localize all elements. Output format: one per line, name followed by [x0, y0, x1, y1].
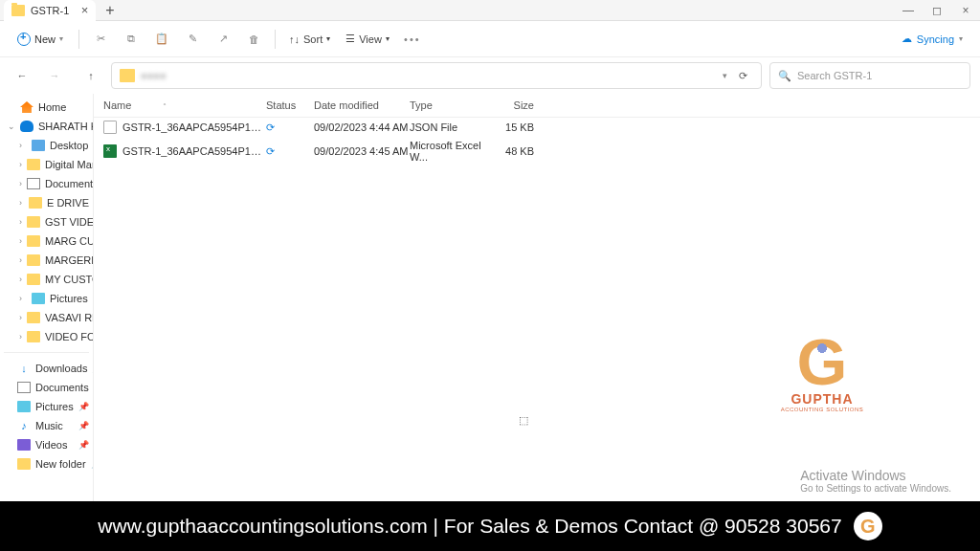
address-bar: ← → ↑ ■■■■ ▾ ⟳ 🔍 Search GSTR-1 — [0, 57, 980, 94]
quick-icon — [17, 439, 31, 451]
new-tab-button[interactable]: + — [105, 2, 114, 19]
new-button[interactable]: New ▾ — [10, 29, 71, 50]
refresh-button[interactable]: ⟳ — [733, 70, 753, 82]
sidebar-cloud-root[interactable]: ⌄SHARATH KUMA — [0, 117, 93, 136]
title-bar: GSTR-1 × + — ◻ × — [0, 0, 980, 21]
file-row[interactable]: GSTR-1_36AAPCA5954P1ZS_September_...⟳09/… — [94, 118, 980, 137]
sidebar-quick-item[interactable]: ♪Music📌 — [0, 416, 93, 435]
home-icon — [20, 101, 33, 113]
view-icon: ☰ — [345, 33, 355, 45]
folder-icon — [32, 293, 45, 304]
cloud-icon — [20, 121, 33, 132]
promo-banner: www.gupthaaccountingsolutions.com | For … — [0, 501, 980, 551]
sidebar-quick-item[interactable]: Videos📌 — [0, 435, 93, 454]
quick-icon — [17, 401, 31, 412]
sidebar-item[interactable]: ›Documents — [0, 174, 93, 193]
sidebar-item[interactable]: ›MARGERP — [0, 251, 93, 270]
chevron-down-icon[interactable]: ▾ — [723, 71, 727, 80]
maximize-button[interactable]: ◻ — [923, 4, 951, 17]
forward-button[interactable]: → — [42, 63, 67, 88]
cut-icon[interactable]: ✂ — [87, 26, 114, 53]
sidebar-quick-item[interactable]: New folder📌 — [0, 454, 93, 474]
up-button[interactable]: ↑ — [78, 63, 103, 88]
col-status[interactable]: Status — [266, 99, 314, 111]
sidebar-quick-item[interactable]: ↓Downloads📌 — [0, 359, 93, 378]
quick-icon — [17, 458, 31, 470]
sync-status-icon: ⟳ — [266, 145, 314, 158]
sidebar-item[interactable]: ›MY CUSTOMER — [0, 270, 93, 289]
search-input[interactable]: 🔍 Search GSTR-1 — [769, 62, 970, 89]
new-label: New — [34, 33, 56, 45]
folder-icon — [27, 331, 40, 342]
folder-icon — [120, 69, 135, 82]
close-tab-icon[interactable]: × — [81, 3, 89, 17]
chevron-down-icon: ▾ — [326, 34, 330, 43]
window-tab[interactable]: GSTR-1 × — [4, 0, 96, 21]
sidebar-quick-item[interactable]: Pictures📌 — [0, 397, 93, 416]
sidebar-item[interactable]: ›GST VIDEO — [0, 212, 93, 231]
col-date[interactable]: Date modified — [314, 99, 410, 111]
tab-title: GSTR-1 — [31, 5, 69, 16]
file-row[interactable]: GSTR-1_36AAPCA5954P1ZS_September_...⟳09/… — [94, 137, 980, 165]
mouse-cursor: ⬚ — [519, 414, 528, 427]
sidebar-item[interactable]: ›VIDEO FOR ED — [0, 327, 93, 346]
chevron-down-icon: ▾ — [959, 34, 963, 43]
folder-icon — [27, 312, 40, 323]
col-type[interactable]: Type — [410, 99, 486, 111]
folder-icon — [11, 5, 25, 16]
sidebar-home[interactable]: Home — [0, 98, 93, 117]
file-icon — [103, 144, 117, 158]
plus-icon — [17, 33, 31, 46]
sort-icon: ↑↓ — [289, 33, 300, 45]
folder-icon — [27, 216, 40, 228]
sidebar: Home ⌄SHARATH KUMA ›Desktop›Digital Mark… — [0, 94, 94, 501]
sidebar-item[interactable]: ›Digital Market — [0, 155, 93, 174]
banner-logo-icon: G — [854, 512, 882, 540]
cloud-sync-icon: ☁ — [902, 33, 912, 45]
toolbar: New ▾ ✂ ⧉ 📋 ✎ ↗ 🗑 ↑↓ Sort ▾ ☰ View ▾ •••… — [0, 21, 980, 57]
view-button[interactable]: ☰ View ▾ — [340, 29, 395, 49]
folder-icon — [27, 274, 40, 285]
quick-icon: ↓ — [17, 363, 31, 374]
rename-icon[interactable]: ✎ — [179, 26, 206, 53]
folder-icon — [27, 178, 40, 189]
activate-windows-notice: Activate Windows Go to Settings to activ… — [800, 468, 951, 494]
folder-icon — [27, 254, 40, 266]
breadcrumb[interactable]: ■■■■ ▾ ⟳ — [111, 62, 762, 89]
folder-icon — [29, 197, 42, 209]
minimize-button[interactable]: — — [894, 4, 923, 17]
sort-button[interactable]: ↑↓ Sort ▾ — [283, 30, 336, 49]
sidebar-item[interactable]: ›E DRIVE — [0, 193, 93, 212]
file-icon — [103, 121, 117, 134]
view-label: View — [359, 33, 382, 45]
sidebar-item[interactable]: ›Desktop — [0, 136, 93, 155]
back-button[interactable]: ← — [10, 63, 34, 88]
folder-icon — [32, 140, 45, 151]
syncing-label: Syncing — [917, 33, 954, 45]
search-icon: 🔍 — [778, 70, 791, 82]
sidebar-item[interactable]: ›MARG CUSTOM — [0, 231, 93, 251]
sync-status[interactable]: ☁ Syncing ▾ — [894, 29, 970, 49]
sidebar-item[interactable]: ›VASAVI RETAIL — [0, 308, 93, 327]
copy-icon[interactable]: ⧉ — [118, 26, 145, 53]
quick-icon: ♪ — [17, 420, 31, 431]
close-window-button[interactable]: × — [951, 4, 980, 17]
folder-icon — [27, 235, 40, 247]
column-headers: Name ˄ Status Date modified Type Size — [94, 94, 980, 118]
sidebar-quick-item[interactable]: Documents📌 — [0, 378, 93, 397]
watermark-logo: G GUPTHA ACCOUNTING SOLUTIONS — [760, 333, 884, 412]
sync-status-icon: ⟳ — [266, 121, 314, 134]
more-button[interactable]: ••• — [399, 26, 426, 53]
sort-label: Sort — [303, 33, 323, 45]
paste-icon[interactable]: 📋 — [148, 26, 175, 53]
folder-icon — [27, 159, 40, 170]
chevron-down-icon: ▾ — [386, 34, 390, 43]
col-size[interactable]: Size — [486, 99, 534, 111]
window-controls: — ◻ × — [894, 4, 980, 17]
file-pane: Name ˄ Status Date modified Type Size GS… — [94, 94, 980, 501]
share-icon[interactable]: ↗ — [210, 26, 236, 53]
sidebar-item[interactable]: ›Pictures — [0, 289, 93, 308]
search-placeholder: Search GSTR-1 — [797, 70, 872, 81]
delete-icon[interactable]: 🗑 — [240, 26, 267, 53]
col-name[interactable]: Name ˄ — [103, 99, 266, 111]
